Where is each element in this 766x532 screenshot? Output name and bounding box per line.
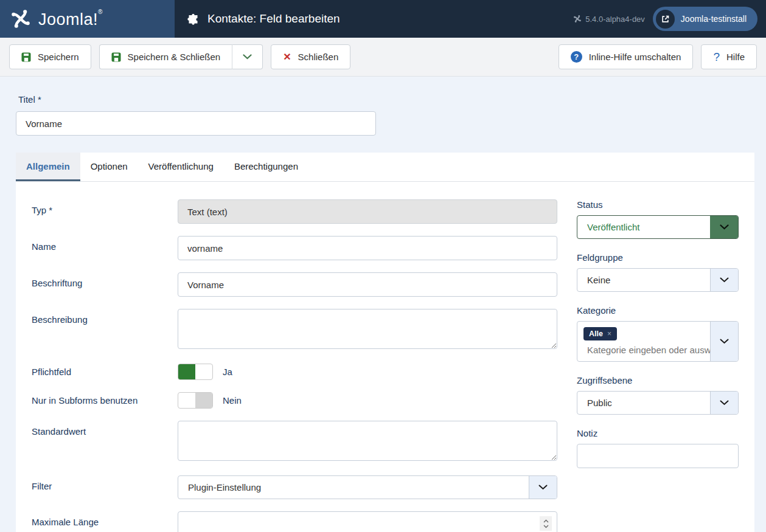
save-icon	[111, 52, 121, 62]
main-content: Titel * Allgemein Optionen Veröffentlich…	[0, 77, 766, 532]
zugriffsebene-label: Zugriffsebene	[577, 375, 739, 385]
kategorie-label: Kategorie	[577, 305, 739, 316]
beschriftung-input[interactable]	[178, 272, 557, 297]
field-row-max-laenge: Maximale Länge	[32, 511, 557, 532]
kategorie-group: Kategorie Alle ×	[577, 305, 739, 362]
status-label: Status	[577, 199, 739, 210]
logo-text: Joomla!®	[38, 9, 103, 29]
beschreibung-textarea[interactable]	[178, 309, 557, 349]
edit-form-card: Allgemein Optionen Veröffentlichung Bere…	[16, 153, 754, 532]
close-button[interactable]: ✕ Schließen	[271, 44, 350, 69]
field-row-filter: Filter Plugin-Einstellung	[32, 475, 557, 499]
status-group: Status Veröffentlicht	[577, 199, 739, 239]
subforms-toggle[interactable]	[178, 392, 213, 409]
tab-berechtigungen[interactable]: Berechtigungen	[224, 153, 308, 181]
save-icon	[21, 52, 31, 62]
inline-help-toggle-button[interactable]: ? Inline-Hilfe umschalten	[559, 44, 694, 69]
title-input[interactable]	[16, 111, 376, 136]
kategorie-chip: Alle ×	[583, 327, 617, 340]
status-select[interactable]: Veröffentlicht	[577, 215, 739, 239]
filter-label: Filter	[32, 475, 178, 499]
question-icon: ?	[713, 50, 720, 64]
standardwert-label: Standardwert	[32, 421, 178, 463]
toolbar: Speichern Speichern & Schließen ✕ Schlie…	[0, 38, 766, 77]
tab-allgemein[interactable]: Allgemein	[16, 153, 80, 181]
beschriftung-label: Beschriftung	[32, 272, 178, 297]
site-preview-button[interactable]: Joomla-testinstall	[653, 7, 757, 31]
save-button[interactable]: Speichern	[9, 44, 91, 69]
notiz-label: Notiz	[577, 428, 739, 438]
zugriffsebene-select-value: Public	[587, 398, 612, 408]
header: Joomla!® Kontakte: Feld bearbeiten 5.4.0…	[0, 0, 766, 38]
name-input[interactable]	[178, 236, 557, 260]
remove-chip-icon[interactable]: ×	[607, 330, 611, 338]
spinner-up-icon	[543, 519, 549, 523]
field-row-beschreibung: Beschreibung	[32, 309, 557, 351]
standardwert-textarea[interactable]	[178, 421, 557, 461]
save-label: Speichern	[38, 52, 79, 62]
kategorie-combobox[interactable]: Alle ×	[577, 321, 739, 362]
chevron-down-icon	[710, 392, 738, 414]
chevron-down-icon	[710, 216, 738, 238]
max-laenge-input[interactable]	[178, 511, 557, 532]
feldgruppe-select[interactable]: Keine	[577, 268, 739, 292]
spinner-down-icon	[543, 525, 549, 528]
version-info: 5.4.0-alpha4-dev	[573, 15, 645, 24]
number-spinner[interactable]	[540, 516, 552, 531]
pflichtfeld-label: Pflichtfeld	[32, 367, 178, 377]
name-label: Name	[32, 236, 178, 260]
logo-area: Joomla!®	[0, 0, 175, 38]
tab-optionen[interactable]: Optionen	[80, 153, 138, 181]
save-options-dropdown-toggle[interactable]	[232, 44, 263, 69]
max-laenge-label: Maximale Länge	[32, 511, 178, 532]
chevron-down-icon	[529, 476, 557, 499]
form-side-column: Status Veröffentlicht Feldgruppe Keine	[577, 199, 739, 532]
notiz-group: Notiz	[577, 428, 739, 468]
pflichtfeld-toggle[interactable]	[178, 364, 213, 380]
external-link-icon	[656, 10, 675, 29]
field-row-standardwert: Standardwert	[32, 421, 557, 463]
title-field-block: Titel *	[16, 94, 754, 136]
pflichtfeld-state: Ja	[223, 367, 232, 377]
beschreibung-label: Beschreibung	[32, 309, 178, 351]
chevron-down-icon	[710, 322, 738, 361]
chevron-down-icon	[710, 269, 738, 291]
form-left-column: Typ * Name Beschriftung	[16, 199, 557, 532]
feldgruppe-group: Feldgruppe Keine	[577, 252, 739, 292]
status-select-value: Veröffentlicht	[587, 222, 639, 232]
version-text: 5.4.0-alpha4-dev	[585, 15, 645, 24]
save-close-button[interactable]: Speichern & Schließen	[99, 44, 232, 69]
save-close-button-group: Speichern & Schließen	[99, 44, 263, 69]
field-row-subforms: Nur in Subforms benutzen Nein	[32, 392, 557, 409]
joomla-version-icon	[573, 15, 582, 23]
chevron-down-icon	[243, 54, 252, 60]
header-main: Kontakte: Feld bearbeiten 5.4.0-alpha4-d…	[175, 0, 766, 38]
kategorie-chip-label: Alle	[589, 330, 603, 338]
help-label: Hilfe	[726, 52, 745, 62]
field-row-typ: Typ *	[32, 199, 557, 224]
field-row-beschriftung: Beschriftung	[32, 272, 557, 297]
close-label: Schließen	[298, 52, 339, 62]
zugriffsebene-select[interactable]: Public	[577, 391, 739, 415]
notiz-input[interactable]	[577, 444, 739, 468]
close-icon: ✕	[283, 51, 291, 63]
subforms-label: Nur in Subforms benutzen	[32, 395, 178, 406]
feldgruppe-select-value: Keine	[587, 275, 610, 285]
filter-select[interactable]: Plugin-Einstellung	[178, 475, 557, 499]
typ-input	[178, 199, 557, 224]
toolbar-right: ? Inline-Hilfe umschalten ? Hilfe	[559, 44, 757, 69]
page-title: Kontakte: Feld bearbeiten	[207, 12, 340, 26]
zugriffsebene-group: Zugriffsebene Public	[577, 375, 739, 415]
tab-bar: Allgemein Optionen Veröffentlichung Bere…	[16, 153, 754, 182]
title-field-label: Titel *	[18, 94, 754, 105]
field-row-name: Name	[32, 236, 557, 260]
site-preview-label: Joomla-testinstall	[681, 14, 747, 24]
tab-panel-allgemein: Typ * Name Beschriftung	[16, 182, 754, 532]
save-close-label: Speichern & Schließen	[128, 52, 221, 62]
joomla-logo-icon	[10, 8, 32, 30]
help-button[interactable]: ? Hilfe	[701, 44, 757, 69]
tab-veroeffentlichung[interactable]: Veröffentlichung	[138, 153, 224, 181]
field-row-pflichtfeld: Pflichtfeld Ja	[32, 364, 557, 380]
kategorie-input[interactable]	[587, 345, 727, 355]
inline-help-label: Inline-Hilfe umschalten	[589, 52, 681, 62]
